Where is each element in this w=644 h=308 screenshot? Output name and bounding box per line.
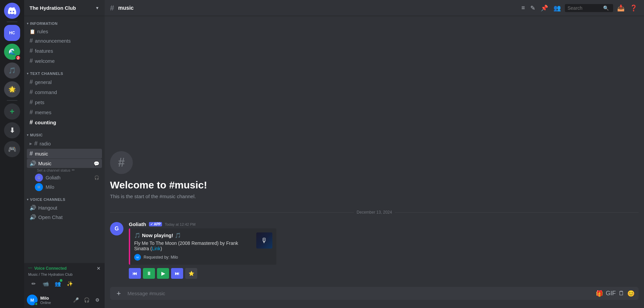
channel-pets[interactable]: # pets	[27, 97, 102, 107]
pin-icon[interactable]: 📌	[539, 3, 549, 13]
message-input-right: 🎁 GIF 🗒 😊	[596, 290, 635, 297]
server-icon-hydration[interactable]: HC	[4, 25, 20, 41]
channel-welcome: # Welcome to #music! This is the start o…	[110, 151, 639, 205]
channel-name-features: features	[35, 48, 99, 54]
embed-content: 🎵 Now playing! 🎵 Fly Me To The Moon (200…	[134, 232, 252, 261]
embed-link[interactable]: Link	[152, 246, 161, 251]
category-arrow: ▾	[27, 22, 29, 25]
gift-icon[interactable]: 🎁	[596, 290, 603, 297]
members-icon[interactable]: 👥	[552, 3, 562, 13]
channel-announcements[interactable]: # announcements	[27, 36, 102, 46]
nitro-button[interactable]: 🎮	[4, 141, 20, 157]
voice-member-goliath[interactable]: G Goliath 🎧	[27, 173, 102, 182]
category-music[interactable]: ▾ MUSIC	[24, 128, 105, 138]
message-input[interactable]	[127, 287, 592, 300]
hash-icon: #	[30, 37, 33, 44]
server-icon-3[interactable]: 🎵	[4, 62, 20, 79]
pencil-icon[interactable]: ✎	[529, 3, 537, 13]
search-icon: 🔍	[603, 5, 609, 11]
voice-member-goliath-name: Goliath	[46, 175, 92, 180]
speaker-icon: 🔊	[30, 160, 36, 167]
search-bar[interactable]: 🔍	[565, 4, 613, 12]
emoji-icon[interactable]: 😊	[627, 290, 635, 297]
voice-screen-btn[interactable]: 👥	[52, 278, 63, 289]
voice-connected-status: 〰 Voice Connected ✕	[28, 266, 101, 271]
deafen-button[interactable]: 🎧	[82, 295, 91, 305]
voice-activity-btn[interactable]: ✨	[64, 278, 75, 289]
server-name: The Hydration Club	[30, 5, 76, 11]
hash-icon: #	[30, 109, 33, 116]
topbar-hash-icon: #	[110, 4, 114, 12]
voice-member-milo-name: Milo	[46, 184, 99, 190]
category-arrow: ▾	[27, 198, 29, 201]
category-text-channels[interactable]: ▾ TEXT CHANNELS	[24, 66, 105, 77]
hash-icon: #	[30, 57, 33, 64]
inbox-icon[interactable]: 📥	[616, 3, 626, 13]
download-button[interactable]: ⬇	[4, 122, 20, 138]
threads-icon[interactable]: ≡	[520, 3, 526, 13]
settings-button[interactable]: ⚙	[93, 295, 102, 305]
channel-counting[interactable]: # counting	[27, 118, 102, 127]
help-icon[interactable]: ❓	[629, 3, 639, 13]
hash-icon: #	[34, 140, 38, 147]
notification-badge: 2	[15, 55, 21, 60]
add-server-button[interactable]: +	[4, 103, 20, 120]
voice-connected-channel: Music / The Hydration Club	[28, 272, 101, 276]
music-prev-button[interactable]: ⏮	[129, 268, 141, 279]
gif-icon[interactable]: GIF	[606, 290, 616, 297]
voice-camera-btn[interactable]: 📹	[40, 278, 51, 289]
embed-footer-text: Requested by: Milo	[144, 255, 178, 260]
sticker-icon[interactable]: 🗒	[619, 290, 625, 297]
edit-icon: ✏	[72, 168, 75, 172]
channel-list: ▾ INFORMATION 📋 rules # announcements # …	[24, 16, 105, 263]
message-content: Goliath ✓ APP Today at 12:42 PM 🎵 Now pl…	[129, 221, 639, 279]
category-label: MUSIC	[30, 133, 43, 137]
voice-channel-music-name: Music	[38, 161, 51, 166]
server-icon-4[interactable]: 🌟	[4, 81, 20, 97]
music-next-button[interactable]: ⏭	[171, 268, 183, 279]
category-label: INFORMATION	[30, 21, 58, 26]
server-list: HC 🌊 2 🎵 🌟 + ⬇ 🎮	[0, 0, 24, 308]
channel-rules[interactable]: 📋 rules	[27, 27, 102, 36]
discord-home-button[interactable]	[4, 3, 20, 19]
hash-large-icon: #	[118, 156, 125, 170]
channel-command[interactable]: # command	[27, 87, 102, 97]
channel-name-announcements: announcements	[35, 38, 99, 44]
sidebar-header[interactable]: The Hydration Club ▼	[24, 0, 105, 16]
voice-channel-status[interactable]: Set a channel status ✏	[27, 168, 102, 172]
search-input[interactable]	[568, 5, 601, 11]
topbar-channel-name: music	[118, 5, 133, 11]
message-header: Goliath ✓ APP Today at 12:42 PM	[129, 221, 639, 227]
disconnect-button[interactable]: ✕	[97, 266, 101, 271]
channel-general[interactable]: # general	[27, 77, 102, 87]
message-group: G Goliath ✓ APP Today at 12:42 PM 🎵 Now …	[110, 220, 639, 280]
user-bar: M Milo Online 🎤 🎧 ⚙	[24, 292, 105, 308]
channel-music[interactable]: # music	[27, 149, 102, 159]
user-status-dot	[35, 302, 38, 306]
category-voice-channels[interactable]: ▾ VOICE CHANNELS	[24, 192, 105, 203]
channel-welcome[interactable]: # welcome	[27, 56, 102, 66]
date-divider-text: December 13, 2024	[357, 210, 392, 215]
mute-button[interactable]: 🎤	[71, 295, 80, 305]
voice-member-milo[interactable]: M Milo	[27, 182, 102, 192]
message-timestamp: Today at 12:42 PM	[165, 222, 196, 226]
channel-memes[interactable]: # memes	[27, 107, 102, 117]
category-label: VOICE CHANNELS	[30, 197, 65, 202]
voice-channel-music[interactable]: 🔊 Music 💬	[27, 159, 102, 168]
hash-icon: #	[30, 79, 33, 86]
voice-channel-open-chat[interactable]: 🔊 Open Chat	[27, 213, 102, 222]
user-info: Milo Online	[40, 296, 68, 305]
category-information[interactable]: ▾ INFORMATION	[24, 16, 105, 27]
embed-desc-prefix: Fly Me To The Moon (2008 Remastered) by …	[134, 240, 238, 251]
channel-radio[interactable]: ▶ # radio	[27, 139, 102, 148]
voice-channel-hangout[interactable]: 🔊 Hangout	[27, 203, 102, 212]
channel-name-general: general	[35, 79, 99, 85]
message-add-button[interactable]: +	[114, 289, 123, 298]
music-star-button[interactable]: ⭐	[185, 268, 197, 279]
arrow-right-icon: ▶	[30, 142, 32, 145]
music-play-button[interactable]: ▶	[157, 268, 169, 279]
channel-features[interactable]: # features	[27, 46, 102, 56]
music-pause-button[interactable]: ⏸	[143, 268, 155, 279]
voice-edit-btn[interactable]: ✏	[28, 278, 39, 289]
server-icon-2[interactable]: 🌊 2	[4, 44, 20, 60]
